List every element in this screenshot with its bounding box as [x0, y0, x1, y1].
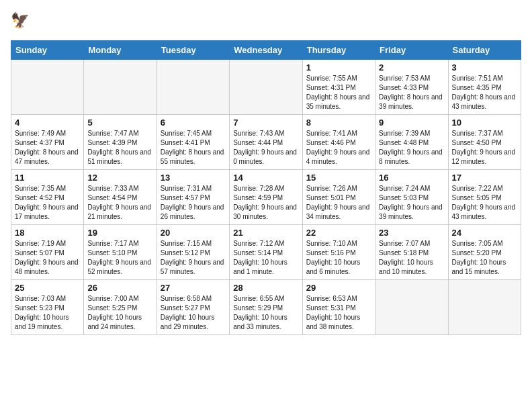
calendar-cell: 24Sunrise: 7:05 AMSunset: 5:20 PMDayligh… [448, 225, 521, 280]
day-number: 24 [452, 228, 517, 238]
day-number: 11 [15, 173, 80, 183]
calendar-week-row: 18Sunrise: 7:19 AMSunset: 5:07 PMDayligh… [11, 225, 521, 280]
day-number: 2 [379, 62, 444, 73]
page-header: 🦅 [11, 11, 521, 32]
day-number: 6 [161, 118, 226, 128]
day-info: Sunrise: 7:31 AMSunset: 4:57 PMDaylight:… [161, 184, 226, 222]
calendar-cell: 29Sunrise: 6:53 AMSunset: 5:31 PMDayligh… [302, 280, 375, 335]
day-number: 12 [87, 173, 152, 183]
day-info: Sunrise: 7:41 AMSunset: 4:46 PMDaylight:… [306, 129, 371, 167]
calendar-cell: 23Sunrise: 7:07 AMSunset: 5:18 PMDayligh… [375, 225, 448, 280]
day-info: Sunrise: 7:26 AMSunset: 5:01 PMDaylight:… [306, 184, 371, 222]
calendar-cell: 10Sunrise: 7:37 AMSunset: 4:50 PMDayligh… [448, 115, 521, 170]
day-number: 27 [161, 283, 226, 293]
day-number: 7 [233, 118, 298, 128]
day-number: 17 [452, 173, 517, 183]
calendar-cell [11, 60, 84, 115]
calendar-cell: 3Sunrise: 7:51 AMSunset: 4:35 PMDaylight… [448, 60, 521, 115]
calendar-cell: 5Sunrise: 7:47 AMSunset: 4:39 PMDaylight… [84, 115, 157, 170]
day-info: Sunrise: 6:58 AMSunset: 5:27 PMDaylight:… [161, 294, 226, 332]
calendar-cell: 27Sunrise: 6:58 AMSunset: 5:27 PMDayligh… [157, 280, 229, 335]
day-number: 8 [306, 118, 371, 128]
weekday-header-friday: Friday [375, 41, 448, 60]
day-number: 19 [87, 228, 152, 238]
day-number: 16 [379, 173, 444, 183]
weekday-header-sunday: Sunday [11, 41, 84, 60]
day-number: 10 [452, 118, 517, 128]
calendar-cell: 13Sunrise: 7:31 AMSunset: 4:57 PMDayligh… [157, 170, 229, 225]
calendar-cell [84, 60, 157, 115]
day-info: Sunrise: 7:53 AMSunset: 4:33 PMDaylight:… [379, 74, 444, 111]
day-number: 14 [233, 173, 298, 183]
weekday-header-thursday: Thursday [302, 41, 375, 60]
calendar-week-row: 1Sunrise: 7:55 AMSunset: 4:31 PMDaylight… [11, 60, 521, 115]
day-number: 5 [87, 118, 152, 128]
calendar-cell: 14Sunrise: 7:28 AMSunset: 4:59 PMDayligh… [230, 170, 302, 225]
calendar-cell: 21Sunrise: 7:12 AMSunset: 5:14 PMDayligh… [230, 225, 302, 280]
day-info: Sunrise: 7:33 AMSunset: 4:54 PMDaylight:… [87, 184, 152, 222]
calendar-cell: 19Sunrise: 7:17 AMSunset: 5:10 PMDayligh… [84, 225, 157, 280]
day-info: Sunrise: 7:39 AMSunset: 4:48 PMDaylight:… [379, 129, 444, 167]
day-number: 26 [87, 283, 152, 293]
calendar-cell: 25Sunrise: 7:03 AMSunset: 5:23 PMDayligh… [11, 280, 84, 335]
day-number: 9 [379, 118, 444, 128]
calendar-cell: 28Sunrise: 6:55 AMSunset: 5:29 PMDayligh… [230, 280, 302, 335]
svg-text:🦅: 🦅 [11, 11, 30, 30]
weekday-header-saturday: Saturday [448, 41, 521, 60]
day-number: 22 [306, 228, 371, 238]
calendar-cell: 17Sunrise: 7:22 AMSunset: 5:05 PMDayligh… [448, 170, 521, 225]
weekday-header-row: SundayMondayTuesdayWednesdayThursdayFrid… [11, 41, 521, 60]
calendar-cell: 9Sunrise: 7:39 AMSunset: 4:48 PMDaylight… [375, 115, 448, 170]
day-number: 21 [233, 228, 298, 238]
day-info: Sunrise: 7:35 AMSunset: 4:52 PMDaylight:… [15, 184, 80, 222]
weekday-header-monday: Monday [84, 41, 157, 60]
calendar-week-row: 11Sunrise: 7:35 AMSunset: 4:52 PMDayligh… [11, 170, 521, 225]
calendar-cell: 26Sunrise: 7:00 AMSunset: 5:25 PMDayligh… [84, 280, 157, 335]
weekday-header-wednesday: Wednesday [230, 41, 302, 60]
day-info: Sunrise: 7:17 AMSunset: 5:10 PMDaylight:… [87, 239, 152, 277]
day-info: Sunrise: 7:07 AMSunset: 5:18 PMDaylight:… [379, 239, 444, 277]
calendar-cell: 1Sunrise: 7:55 AMSunset: 4:31 PMDaylight… [302, 60, 375, 115]
calendar-cell: 7Sunrise: 7:43 AMSunset: 4:44 PMDaylight… [230, 115, 302, 170]
day-info: Sunrise: 7:00 AMSunset: 5:25 PMDaylight:… [87, 294, 152, 332]
day-number: 13 [161, 173, 226, 183]
logo: 🦅 [11, 11, 35, 32]
calendar-week-row: 25Sunrise: 7:03 AMSunset: 5:23 PMDayligh… [11, 280, 521, 335]
day-number: 23 [379, 228, 444, 238]
day-number: 25 [15, 283, 80, 293]
day-number: 20 [161, 228, 226, 238]
day-info: Sunrise: 7:49 AMSunset: 4:37 PMDaylight:… [15, 129, 80, 167]
day-info: Sunrise: 7:10 AMSunset: 5:16 PMDaylight:… [306, 239, 371, 277]
calendar-table: SundayMondayTuesdayWednesdayThursdayFrid… [11, 40, 521, 335]
day-number: 28 [233, 283, 298, 293]
calendar-cell: 2Sunrise: 7:53 AMSunset: 4:33 PMDaylight… [375, 60, 448, 115]
day-info: Sunrise: 7:47 AMSunset: 4:39 PMDaylight:… [87, 129, 152, 167]
day-number: 18 [15, 228, 80, 238]
day-info: Sunrise: 6:53 AMSunset: 5:31 PMDaylight:… [306, 294, 371, 332]
day-info: Sunrise: 7:05 AMSunset: 5:20 PMDaylight:… [452, 239, 517, 277]
day-info: Sunrise: 7:43 AMSunset: 4:44 PMDaylight:… [233, 129, 298, 167]
calendar-cell: 16Sunrise: 7:24 AMSunset: 5:03 PMDayligh… [375, 170, 448, 225]
day-info: Sunrise: 7:24 AMSunset: 5:03 PMDaylight:… [379, 184, 444, 222]
calendar-cell: 20Sunrise: 7:15 AMSunset: 5:12 PMDayligh… [157, 225, 229, 280]
calendar-cell: 8Sunrise: 7:41 AMSunset: 4:46 PMDaylight… [302, 115, 375, 170]
calendar-cell: 18Sunrise: 7:19 AMSunset: 5:07 PMDayligh… [11, 225, 84, 280]
calendar-cell: 6Sunrise: 7:45 AMSunset: 4:41 PMDaylight… [157, 115, 229, 170]
calendar-week-row: 4Sunrise: 7:49 AMSunset: 4:37 PMDaylight… [11, 115, 521, 170]
day-info: Sunrise: 7:03 AMSunset: 5:23 PMDaylight:… [15, 294, 80, 332]
calendar-cell: 11Sunrise: 7:35 AMSunset: 4:52 PMDayligh… [11, 170, 84, 225]
calendar-cell: 12Sunrise: 7:33 AMSunset: 4:54 PMDayligh… [84, 170, 157, 225]
calendar-cell: 4Sunrise: 7:49 AMSunset: 4:37 PMDaylight… [11, 115, 84, 170]
day-info: Sunrise: 7:55 AMSunset: 4:31 PMDaylight:… [306, 74, 371, 111]
day-info: Sunrise: 7:45 AMSunset: 4:41 PMDaylight:… [161, 129, 226, 167]
calendar-cell: 15Sunrise: 7:26 AMSunset: 5:01 PMDayligh… [302, 170, 375, 225]
calendar-cell [375, 280, 448, 335]
weekday-header-tuesday: Tuesday [157, 41, 229, 60]
day-info: Sunrise: 7:22 AMSunset: 5:05 PMDaylight:… [452, 184, 517, 222]
calendar-cell [157, 60, 229, 115]
day-number: 15 [306, 173, 371, 183]
calendar-cell [230, 60, 302, 115]
day-info: Sunrise: 7:37 AMSunset: 4:50 PMDaylight:… [452, 129, 517, 167]
day-number: 3 [452, 62, 517, 73]
day-info: Sunrise: 6:55 AMSunset: 5:29 PMDaylight:… [233, 294, 298, 332]
